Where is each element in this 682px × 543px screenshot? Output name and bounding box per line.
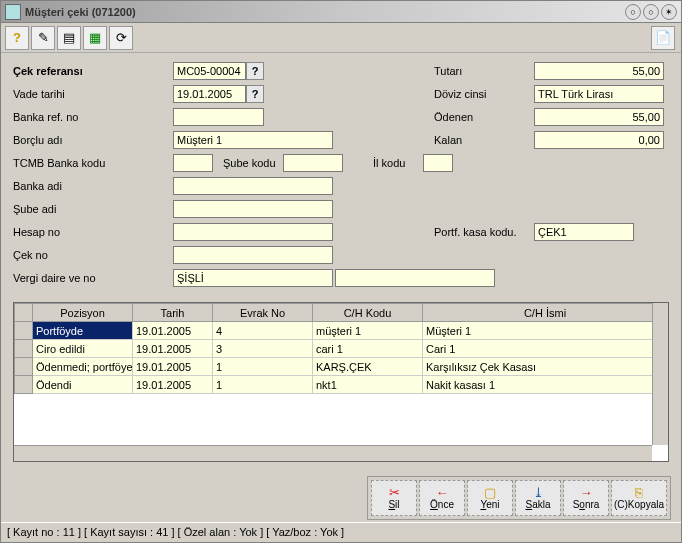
prev-button[interactable]: ← Önce (419, 480, 465, 516)
excel-icon[interactable]: ▦ (83, 26, 107, 50)
vade-lookup[interactable]: ? (246, 85, 264, 103)
vergi-no-input[interactable] (335, 269, 495, 287)
table-row[interactable]: Portföyde 19.01.2005 4 müşteri 1 Müşteri… (15, 322, 668, 340)
copy-icon: ⎘ (635, 486, 643, 499)
app-window: Müşteri çeki (071200) ○ ○ ✶ ? ✎ ▤ ▦ ⟳ 📄 … (0, 0, 682, 543)
app-icon (5, 4, 21, 20)
history-grid[interactable]: Pozisyon Tarih Evrak No C/H Kodu C/H İsm… (13, 302, 669, 462)
doviz-input[interactable] (534, 85, 664, 103)
cek-ref-input[interactable] (173, 62, 246, 80)
vergi-daire-input[interactable] (173, 269, 333, 287)
delete-icon: ✂ (389, 486, 400, 499)
sube-adi-input[interactable] (173, 200, 333, 218)
status-text: [ Kayıt no : 11 ] [ Kayıt sayısı : 41 ] … (7, 526, 344, 538)
next-button[interactable]: → Sonra (563, 480, 609, 516)
label-borclu: Borçlu adı (13, 134, 173, 146)
kalan-input[interactable] (534, 131, 664, 149)
tutari-input[interactable] (534, 62, 664, 80)
new-icon: ▢ (484, 486, 496, 499)
sube-kodu-input[interactable] (283, 154, 343, 172)
action-bar: ✂ Sil ← Önce ▢ Yeni ⤓ Sakla → Sonra ⎘ (C… (367, 476, 671, 520)
document-icon[interactable]: 📄 (651, 26, 675, 50)
arrow-left-icon: ← (436, 486, 449, 499)
grid-corner (15, 304, 33, 322)
col-pozisyon[interactable]: Pozisyon (33, 304, 133, 322)
tcmb-input[interactable] (173, 154, 213, 172)
label-sube-kodu: Şube kodu (223, 157, 283, 169)
hesap-no-input[interactable] (173, 223, 333, 241)
close-button[interactable]: ✶ (661, 4, 677, 20)
label-cek-ref: Çek referansı (13, 65, 173, 77)
label-hesap-no: Hesap no (13, 226, 173, 238)
minimize-button[interactable]: ○ (625, 4, 641, 20)
toolbar: ? ✎ ▤ ▦ ⟳ 📄 (1, 23, 681, 53)
label-il-kodu: İl kodu (373, 157, 423, 169)
cek-ref-lookup[interactable]: ? (246, 62, 264, 80)
help-icon[interactable]: ? (5, 26, 29, 50)
table-row[interactable]: Ödenmedi; portföye iade 19.01.2005 1 KAR… (15, 358, 668, 376)
arrow-right-icon: → (580, 486, 593, 499)
book-icon[interactable]: ▤ (57, 26, 81, 50)
window-title: Müşteri çeki (071200) (25, 6, 623, 18)
label-kalan: Kalan (434, 134, 534, 146)
save-button[interactable]: ⤓ Sakla (515, 480, 561, 516)
col-tarih[interactable]: Tarih (133, 304, 213, 322)
delete-button[interactable]: ✂ Sil (371, 480, 417, 516)
table-row[interactable]: Ödendi 19.01.2005 1 nkt1 Nakit kasası 1 (15, 376, 668, 394)
col-chismi[interactable]: C/H İsmi (423, 304, 668, 322)
label-vade: Vade tarihi (13, 88, 173, 100)
new-button[interactable]: ▢ Yeni (467, 480, 513, 516)
label-odenen: Ödenen (434, 111, 534, 123)
label-doviz: Döviz cinsi (434, 88, 534, 100)
label-vergi: Vergi daire ve no (13, 272, 173, 284)
content-area: Çek referansı ? Tutarı Vade tarihi ? Döv… (1, 53, 681, 472)
il-kodu-input[interactable] (423, 154, 453, 172)
refresh-icon[interactable]: ⟳ (109, 26, 133, 50)
col-evrak[interactable]: Evrak No (213, 304, 313, 322)
label-tcmb: TCMB Banka kodu (13, 157, 173, 169)
label-cek-no: Çek no (13, 249, 173, 261)
borclu-input[interactable] (173, 131, 333, 149)
grid-header-row: Pozisyon Tarih Evrak No C/H Kodu C/H İsm… (15, 304, 668, 322)
label-tutari: Tutarı (434, 65, 534, 77)
label-portf-kasa: Portf. kasa kodu. (434, 226, 534, 238)
label-banka-adi: Banka adi (13, 180, 173, 192)
banka-ref-input[interactable] (173, 108, 264, 126)
grid-hscroll[interactable] (14, 445, 652, 461)
label-banka-ref: Banka ref. no (13, 111, 173, 123)
edit-icon[interactable]: ✎ (31, 26, 55, 50)
maximize-button[interactable]: ○ (643, 4, 659, 20)
titlebar: Müşteri çeki (071200) ○ ○ ✶ (1, 1, 681, 23)
portf-kasa-input[interactable] (534, 223, 634, 241)
grid-vscroll[interactable] (652, 303, 668, 445)
banka-adi-input[interactable] (173, 177, 333, 195)
col-chkodu[interactable]: C/H Kodu (313, 304, 423, 322)
odenen-input[interactable] (534, 108, 664, 126)
copy-button[interactable]: ⎘ (C)Kopyala (611, 480, 667, 516)
status-bar: [ Kayıt no : 11 ] [ Kayıt sayısı : 41 ] … (1, 522, 681, 542)
save-icon: ⤓ (533, 486, 544, 499)
cek-no-input[interactable] (173, 246, 333, 264)
table-row[interactable]: Ciro edildi 19.01.2005 3 cari 1 Cari 1 (15, 340, 668, 358)
vade-input[interactable] (173, 85, 246, 103)
label-sube-adi: Şube adi (13, 203, 173, 215)
